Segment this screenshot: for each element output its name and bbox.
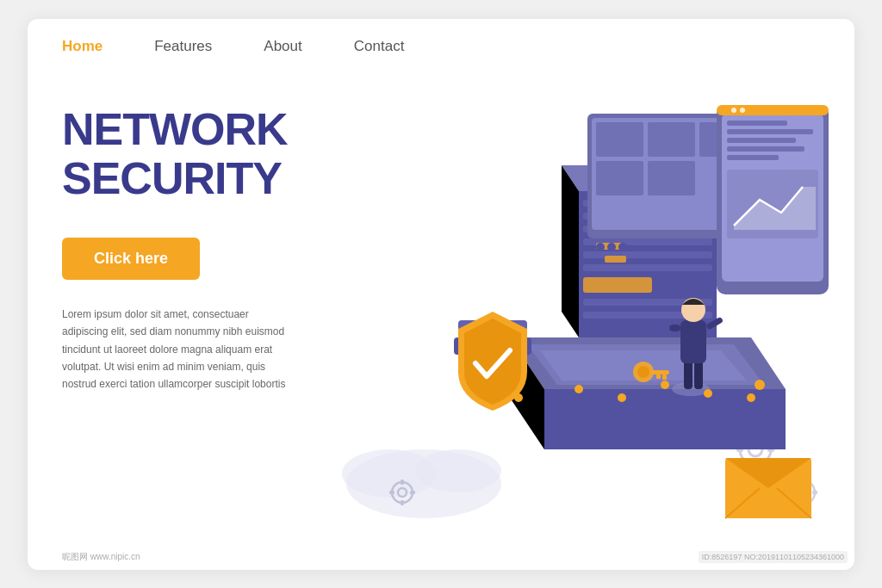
svg-rect-41	[583, 264, 712, 271]
body-text: Lorem ipsum dolor sit amet, consectuaer …	[62, 306, 286, 393]
main-content: NETWORK SECURITY Click here Lorem ipsum …	[28, 79, 854, 570]
svg-point-2	[415, 449, 501, 492]
svg-rect-95	[401, 500, 404, 505]
svg-rect-94	[401, 480, 404, 485]
nav-about[interactable]: About	[264, 38, 301, 55]
svg-rect-79	[694, 359, 703, 389]
svg-point-61	[607, 243, 616, 251]
svg-point-91	[704, 389, 712, 398]
nav-contact[interactable]: Contact	[354, 38, 405, 55]
svg-rect-80	[680, 320, 706, 363]
svg-rect-69	[727, 155, 779, 160]
left-panel: NETWORK SECURITY Click here Lorem ipsum …	[28, 79, 320, 570]
svg-rect-56	[596, 161, 643, 195]
cta-button[interactable]: Click here	[62, 238, 200, 280]
svg-rect-65	[727, 121, 787, 126]
svg-rect-17	[812, 490, 817, 494]
svg-rect-28	[656, 374, 661, 379]
svg-point-90	[661, 381, 669, 389]
svg-rect-40	[583, 251, 712, 258]
svg-point-73	[731, 108, 736, 113]
svg-point-89	[618, 393, 626, 402]
main-card: Home Features About Contact NETWORK SECU…	[28, 19, 854, 570]
svg-rect-50	[605, 256, 626, 263]
nav-features[interactable]: Features	[154, 38, 212, 55]
svg-point-74	[740, 108, 745, 113]
watermark-left: 昵图网 www.nipic.cn	[62, 551, 140, 563]
svg-rect-78	[684, 359, 693, 389]
headline-line2: SECURITY	[62, 153, 282, 203]
illustration-svg	[320, 79, 854, 570]
svg-rect-57	[648, 161, 695, 195]
svg-rect-96	[410, 491, 415, 494]
svg-rect-42	[583, 277, 652, 293]
svg-point-25	[637, 366, 649, 378]
svg-point-31	[755, 380, 765, 390]
svg-rect-54	[648, 122, 695, 157]
svg-rect-97	[389, 491, 394, 494]
svg-rect-68	[727, 146, 804, 152]
svg-marker-35	[562, 165, 579, 337]
svg-point-60	[596, 243, 605, 251]
svg-rect-67	[727, 138, 796, 143]
nav-home[interactable]: Home	[62, 38, 102, 55]
svg-point-88	[575, 385, 583, 393]
svg-rect-53	[596, 122, 643, 157]
illustration-area	[320, 79, 854, 570]
watermark-right: ID:8526197 NO:20191101105234361000	[699, 551, 848, 563]
svg-rect-66	[727, 129, 813, 134]
headline-line1: NETWORK	[62, 104, 288, 154]
navigation: Home Features About Contact	[28, 19, 854, 74]
headline: NETWORK SECURITY	[62, 105, 286, 203]
svg-rect-81	[669, 325, 680, 331]
svg-point-32	[747, 393, 755, 402]
svg-rect-27	[662, 374, 667, 380]
svg-point-62	[618, 243, 627, 251]
svg-rect-26	[650, 370, 669, 374]
